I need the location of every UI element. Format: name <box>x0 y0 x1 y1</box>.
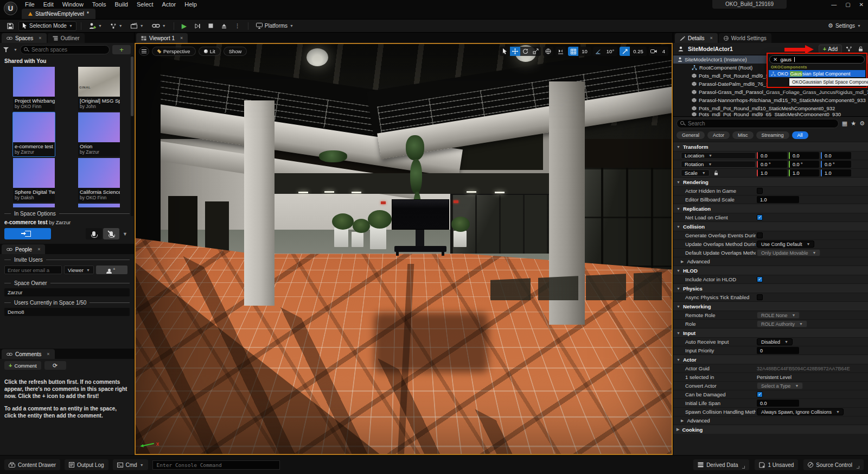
checkbox[interactable] <box>757 188 763 194</box>
unsaved-button[interactable]: 1 Unsaved <box>755 459 798 470</box>
dropdown-item-gaussian-splat-space-component[interactable]: OKOGaussian Splat Space Component <box>789 78 868 86</box>
menu-tools[interactable]: Tools <box>88 1 111 8</box>
settings-gear-icon[interactable]: ⚙ <box>859 120 865 127</box>
select-convert-actor[interactable]: Select a Type▼ <box>757 382 803 389</box>
close-button[interactable]: ✕ <box>859 2 864 8</box>
project-card-project-whizbang[interactable]: Project Whizbangby OKO Finn <box>13 67 55 111</box>
move-tool-icon[interactable] <box>510 47 520 56</box>
link-button[interactable]: ▼ <box>149 21 169 31</box>
menu-build[interactable]: Build <box>111 1 132 8</box>
eject-button[interactable] <box>218 21 230 31</box>
select-spawn-collision-handling-method[interactable]: Always Spawn, Ignore Collisions▼ <box>757 408 844 415</box>
tab-people[interactable]: People × <box>2 244 45 254</box>
details-search-input[interactable] <box>676 119 839 128</box>
checkbox[interactable]: ✓ <box>757 276 763 282</box>
section-collision[interactable]: ▼Collision <box>673 222 868 231</box>
vector-input-y[interactable]: 0.0 <box>789 152 819 159</box>
subsection-advanced[interactable]: ▶Advanced <box>673 416 868 425</box>
vector-input-x[interactable]: 0.0 ° <box>757 161 787 168</box>
save-button[interactable] <box>4 21 17 31</box>
close-icon[interactable]: × <box>47 351 49 357</box>
cinematics-button[interactable]: ▼ <box>127 21 147 31</box>
menu-file[interactable]: File <box>21 1 39 8</box>
refresh-comments-button[interactable]: ⟳ <box>44 361 66 370</box>
filter-chip-all[interactable]: All <box>792 131 808 139</box>
menu-select[interactable]: Select <box>132 1 158 8</box>
tab-details[interactable]: Details × <box>675 33 718 43</box>
tree-item-parasol-nannorrhops-ritchiana-mdl15-70-s[interactable]: Parasol-Nannorrhops-Ritchiana_mdl15_70_S… <box>673 96 868 104</box>
add-actor-button[interactable]: ▼ <box>86 21 105 31</box>
show-dropdown[interactable]: Show <box>224 47 247 56</box>
vector-axis-dropdown[interactable]: Location▼ <box>681 152 756 159</box>
mic-on-button[interactable] <box>86 228 102 239</box>
grid-snap-icon[interactable] <box>568 47 578 56</box>
derived-data-button[interactable]: Derived Data <box>693 459 749 470</box>
rotate-tool-icon[interactable] <box>520 47 531 56</box>
blueprints-button[interactable]: ▼ <box>107 21 126 31</box>
filter-icon[interactable] <box>3 47 11 53</box>
project-card-original-msg-sph[interactable]: GINAL[Original] MSG Sph...by John <box>78 67 120 111</box>
cmd-dropdown[interactable]: Cmd ▼ <box>113 459 148 470</box>
mic-muted-button[interactable] <box>103 228 119 239</box>
vector-input-y[interactable]: 1.0 <box>789 169 819 176</box>
add-component-button[interactable]: +Add <box>819 45 842 53</box>
convert-blueprint-icon[interactable] <box>845 46 853 52</box>
scale-snap-icon[interactable] <box>620 47 630 56</box>
rotation-snap-value[interactable]: 10° <box>603 48 617 54</box>
section-transform[interactable]: ▼Transform <box>673 142 868 151</box>
project-card-orion[interactable]: Orionby Zarzur <box>78 112 120 156</box>
audio-options-chevron[interactable]: ▼ <box>120 231 130 237</box>
select-remote-role[interactable]: ROLE None▼ <box>757 312 800 319</box>
vector-input-z[interactable]: 0.0 ° <box>821 161 851 168</box>
section-physics[interactable]: ▼Physics <box>673 283 868 293</box>
checkbox[interactable] <box>757 294 763 300</box>
clear-search-icon[interactable]: ✕ <box>773 57 777 62</box>
section-networking[interactable]: ▼Networking <box>673 301 868 311</box>
section-cooking[interactable]: ▶Cooking <box>673 425 868 434</box>
unreal-logo-icon[interactable]: U <box>4 2 17 15</box>
invite-email-input[interactable] <box>4 266 62 274</box>
section-actor[interactable]: ▼Actor <box>673 355 868 364</box>
console-command-input[interactable] <box>157 462 276 468</box>
checkbox[interactable]: ✓ <box>757 391 763 397</box>
menu-window[interactable]: Window <box>58 1 88 8</box>
lit-dropdown[interactable]: Lit <box>199 47 221 56</box>
tab-comments[interactable]: Comments × <box>2 349 55 359</box>
tab-outliner[interactable]: Outliner <box>48 33 85 43</box>
add-person-button[interactable]: + <box>96 266 127 274</box>
maximize-button[interactable]: ▢ <box>845 2 850 8</box>
component-search-box[interactable]: ✕ gaus <box>769 55 865 64</box>
section-input[interactable]: ▼Input <box>673 328 868 337</box>
vector-axis-dropdown[interactable]: Rotation▼ <box>681 161 756 168</box>
lock-icon[interactable] <box>714 170 718 175</box>
source-control-button[interactable]: Source Control <box>803 459 864 470</box>
checkbox[interactable] <box>757 232 763 238</box>
play-detached-button[interactable] <box>192 21 203 31</box>
tab-spaces[interactable]: Spaces × <box>2 33 47 43</box>
select-tool-icon[interactable] <box>500 47 510 56</box>
vector-input-x[interactable]: 0.0 <box>757 152 787 159</box>
selection-mode-dropdown[interactable]: Selection Mode ▼ <box>18 21 76 31</box>
scale-snap-value[interactable]: 0.25 <box>630 48 647 54</box>
left-scrollbar[interactable] <box>131 55 133 216</box>
project-card-sphere-digital-twin[interactable]: Sphere Digital Twinby Daksh <box>13 158 55 202</box>
platforms-dropdown[interactable]: Platforms ▼ <box>253 21 297 31</box>
vector-axis-dropdown[interactable]: Scale▼ <box>681 169 710 176</box>
close-icon[interactable]: × <box>180 35 183 41</box>
lock-icon[interactable] <box>856 46 865 52</box>
section-replication[interactable]: ▼Replication <box>673 204 868 213</box>
subsection-advanced[interactable]: ▶Advanced <box>673 257 868 266</box>
tree-item-pots-mdl-pot-round-mdl9-65-staticmeshcom[interactable]: Pots_mdl_Pot_Round_mdl9_65_StaticMeshCom… <box>673 112 868 116</box>
dropdown-item-gaussian-splat-component[interactable]: OKO Gaussian Splat Component <box>769 70 865 77</box>
vector-input-z[interactable]: 0.0 <box>821 152 851 159</box>
spaces-search-input[interactable] <box>20 45 110 54</box>
camera-speed-value[interactable]: 4 <box>659 48 668 54</box>
output-log-button[interactable]: Output Log <box>65 459 108 470</box>
close-icon[interactable]: × <box>710 35 713 41</box>
tree-item-parasol-grass-mdl-parasol-grass-foliage-[interactable]: Parasol-Grass_mdl_Parasol_Grass_Foliage_… <box>673 88 868 96</box>
checkbox[interactable]: ✓ <box>757 214 763 220</box>
menu-help[interactable]: Help <box>180 1 201 8</box>
vector-input-x[interactable]: 1.0 <box>757 169 787 176</box>
stop-button[interactable] <box>205 21 216 31</box>
menu-actor[interactable]: Actor <box>158 1 181 8</box>
